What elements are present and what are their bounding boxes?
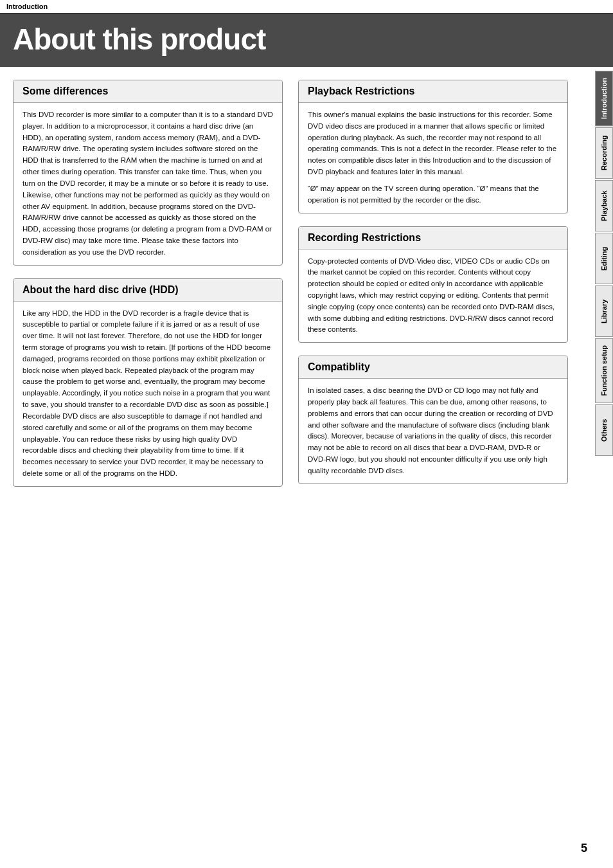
playback-restrictions-section: Playback Restrictions This owner's manua… bbox=[298, 80, 568, 213]
hdd-title: About the hard disc drive (HDD) bbox=[13, 279, 282, 302]
recording-restrictions-section: Recording Restrictions Copy-protected co… bbox=[298, 226, 568, 343]
right-sidebar: Introduction Recording Playback Editing … bbox=[595, 71, 613, 457]
title-banner: About this product bbox=[0, 14, 613, 67]
sidebar-tab-playback[interactable]: Playback bbox=[595, 180, 613, 231]
some-differences-section: Some differences This DVD recorder is mo… bbox=[13, 80, 283, 266]
hdd-section: About the hard disc drive (HDD) Like any… bbox=[13, 278, 283, 487]
sidebar-tab-introduction[interactable]: Introduction bbox=[595, 71, 613, 126]
right-column: Playback Restrictions This owner's manua… bbox=[298, 80, 568, 500]
hdd-content: Like any HDD, the HDD in the DVD recorde… bbox=[13, 302, 282, 486]
main-content: Some differences This DVD recorder is mo… bbox=[0, 67, 594, 512]
playback-restrictions-title: Playback Restrictions bbox=[299, 80, 567, 103]
page-number: 5 bbox=[581, 842, 587, 855]
left-column: Some differences This DVD recorder is mo… bbox=[13, 80, 283, 500]
breadcrumb: Introduction bbox=[0, 0, 613, 14]
sidebar-tab-library[interactable]: Library bbox=[595, 285, 613, 337]
sidebar-tab-editing[interactable]: Editing bbox=[595, 233, 613, 284]
sidebar-tab-recording[interactable]: Recording bbox=[595, 127, 613, 179]
playback-restrictions-content: This owner's manual explains the basic i… bbox=[299, 103, 567, 213]
sidebar-tab-function-setup[interactable]: Function setup bbox=[595, 338, 613, 403]
compatibility-section: Compatiblity In isolated cases, a disc b… bbox=[298, 356, 568, 484]
sidebar-tab-others[interactable]: Others bbox=[595, 404, 613, 456]
compatibility-content: In isolated cases, a disc bearing the DV… bbox=[299, 379, 567, 484]
some-differences-content: This DVD recorder is more similar to a c… bbox=[13, 103, 282, 265]
breadcrumb-text: Introduction bbox=[6, 3, 48, 10]
recording-restrictions-content: Copy-protected contents of DVD-Video dis… bbox=[299, 249, 567, 343]
some-differences-title: Some differences bbox=[13, 80, 282, 103]
recording-restrictions-title: Recording Restrictions bbox=[299, 227, 567, 249]
compatibility-title: Compatiblity bbox=[299, 356, 567, 379]
page-title: About this product bbox=[13, 22, 600, 57]
